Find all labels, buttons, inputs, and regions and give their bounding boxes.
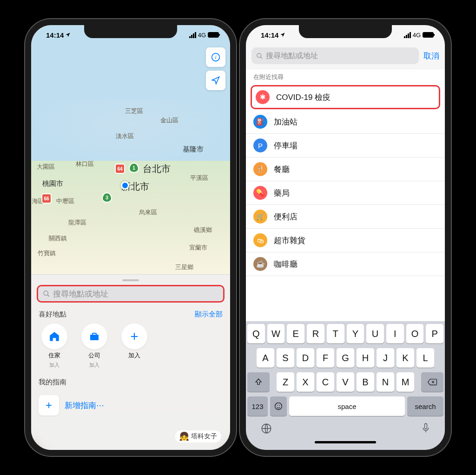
pharmacy-icon: 💊 [253,186,267,200]
key-n[interactable]: N [377,372,394,392]
search-icon [256,53,263,59]
signal-icon [189,32,196,38]
bottom-sheet[interactable]: 搜尋地點或地址 喜好地點 顯示全部 住家 加入 公司 [31,274,230,450]
emoji-key[interactable] [270,396,287,416]
keyboard-row-2: ASDFGHJKL [247,348,443,368]
map-label: 桃園市 [42,179,63,188]
key-e[interactable]: E [287,324,304,343]
numbers-key[interactable]: 123 [247,396,268,416]
search-key[interactable]: search [407,396,443,416]
category-label: COVID-19 檢疫 [276,92,331,103]
dictation-key[interactable] [421,422,430,437]
key-b[interactable]: B [357,372,374,392]
keyboard: QWERTYUIOP ASDFGHJKL ZXCVBNM 123 space s… [246,321,445,450]
backspace-icon [427,378,437,386]
favorites-row: 住家 加入 公司 加入 + 加入 [37,323,225,374]
category-row[interactable]: P停車場 [246,134,445,158]
favorite-label: 住家 [48,351,60,360]
svg-line-7 [260,57,262,59]
key-o[interactable]: O [406,324,424,343]
favorite-add[interactable]: + 加入 [119,323,150,369]
category-row[interactable]: ⛽加油站 [246,110,445,134]
category-label: 停車場 [274,140,298,151]
current-location-dot[interactable] [121,181,129,190]
favorite-label: 公司 [88,351,100,360]
grocery-icon: 🛍 [253,233,267,247]
locate-button[interactable] [206,71,225,90]
info-button[interactable]: i [206,47,225,67]
delete-key[interactable] [421,372,443,392]
key-a[interactable]: A [257,348,274,368]
category-row[interactable]: ✱COVID-19 檢疫 [251,85,440,109]
sheet-handle[interactable] [122,279,139,281]
key-r[interactable]: R [307,324,324,343]
keyboard-footer [247,416,443,438]
notch [84,25,177,38]
key-c[interactable]: C [317,372,334,392]
key-d[interactable]: D [297,348,314,368]
phone-right: 14:14 4G 搜尋地點或地址 取消 在附近找尋 ✱COVID-19 檢疫⛽加… [240,19,451,456]
key-q[interactable]: Q [247,324,265,343]
favorite-work[interactable]: 公司 加入 [79,323,110,369]
key-u[interactable]: U [366,324,384,343]
favorite-home[interactable]: 住家 加入 [39,323,70,369]
map-label: 平溪區 [190,174,208,182]
search-placeholder: 搜尋地點或地址 [53,289,108,299]
watermark-text: 塔科女子 [191,432,217,441]
key-j[interactable]: J [377,348,394,368]
search-field[interactable]: 搜尋地點或地址 [37,285,225,303]
key-h[interactable]: H [357,348,374,368]
key-v[interactable]: V [337,372,354,392]
mic-icon [421,422,430,435]
svg-rect-12 [425,423,427,429]
map-label: 竹寶鎮 [38,249,56,257]
show-all-button[interactable]: 顯示全部 [195,310,223,319]
key-k[interactable]: K [397,348,414,368]
globe-icon [260,422,272,435]
road-badge: 64 [115,164,125,174]
home-indicator[interactable] [315,441,376,443]
category-list: ✱COVID-19 檢疫⛽加油站P停車場🍴餐廳💊藥局🛒便利店🛍超市雜貨☕咖啡廳 [246,85,445,276]
key-g[interactable]: G [337,348,354,368]
key-f[interactable]: F [317,348,334,368]
key-s[interactable]: S [277,348,294,368]
category-label: 藥局 [274,188,290,198]
parking-icon: P [253,139,267,152]
phone-left: 三芝區 金山區 淡水區 基隆市 大園區 林口區 台北市 平溪區 桃園市 新北市 … [25,19,236,456]
search-field[interactable]: 搜尋地點或地址 [251,47,419,64]
map-label: 三星鄉 [175,263,193,271]
key-t[interactable]: T [327,324,344,343]
category-row[interactable]: 💊藥局 [246,181,445,205]
gas-icon: ⛽ [253,115,267,129]
key-y[interactable]: Y [347,324,364,343]
key-x[interactable]: X [297,372,314,392]
category-row[interactable]: 🍴餐廳 [246,158,445,181]
add-guide-row[interactable]: + 新增指南⋯ [37,391,225,425]
category-label: 便利店 [274,211,298,222]
favorites-header: 喜好地點 顯示全部 [39,310,223,319]
key-m[interactable]: M [397,372,414,392]
key-w[interactable]: W [267,324,285,343]
map-label: 三芝區 [125,107,143,115]
shift-key[interactable] [247,372,270,392]
road-badge: 66 [41,193,52,204]
svg-point-8 [275,403,282,410]
key-i[interactable]: I [386,324,404,343]
guides-header: 我的指南 [39,378,223,387]
key-l[interactable]: L [416,348,434,368]
svg-text:i: i [215,54,217,60]
key-z[interactable]: Z [277,372,294,392]
space-key[interactable]: space [289,396,405,416]
globe-key[interactable] [260,422,272,437]
category-row[interactable]: ☕咖啡廳 [246,252,445,276]
cancel-button[interactable]: 取消 [423,51,439,61]
guides-title: 我的指南 [39,378,66,387]
key-p[interactable]: P [426,324,443,343]
add-guide-label: 新增指南⋯ [65,400,104,411]
svg-point-10 [279,405,280,406]
category-row[interactable]: 🛒便利店 [246,205,445,229]
category-row[interactable]: 🛍超市雜貨 [246,229,445,252]
medical-icon: ✱ [256,90,270,104]
map-label: 基隆市 [183,145,204,154]
road-badge: 3 [102,192,112,203]
